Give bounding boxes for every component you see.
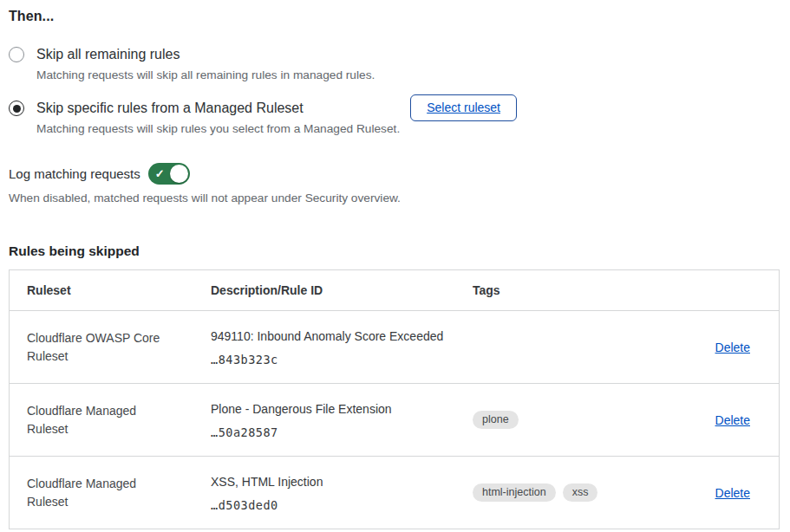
skip-options-group: Skip all remaining rules Matching reques…	[9, 45, 780, 138]
log-matching-requests-toggle[interactable]: ✓	[148, 163, 190, 185]
rule-id: …843b323c	[211, 353, 447, 367]
column-header-tags: Tags	[455, 283, 663, 297]
delete-rule-link[interactable]: Delete	[715, 486, 750, 500]
rule-description: XSS, HTML Injection	[211, 474, 447, 490]
rule-id: …50a28587	[211, 425, 447, 439]
table-row: Cloudflare Managed Ruleset Plone - Dange…	[10, 383, 779, 456]
option-description: Matching requests will skip rules you se…	[36, 120, 400, 138]
toggle-check-icon: ✓	[155, 168, 165, 179]
option-skip-specific-rules: Skip specific rules from a Managed Rules…	[9, 99, 780, 138]
delete-rule-link[interactable]: Delete	[715, 413, 750, 427]
rules-being-skipped-heading: Rules being skipped	[9, 243, 780, 259]
waf-rule-config-panel: Then... Skip all remaining rules Matchin…	[0, 0, 790, 529]
option-label[interactable]: Skip all remaining rules	[36, 45, 375, 64]
ruleset-name: Cloudflare OWASP Core Ruleset	[10, 329, 183, 366]
radio-skip-all-remaining-rules[interactable]	[9, 47, 24, 62]
tag-badge: plone	[473, 411, 519, 429]
then-section-heading: Then...	[9, 9, 780, 24]
column-header-description: Description/Rule ID	[193, 283, 455, 297]
rule-description: Plone - Dangerous File Extension	[211, 401, 447, 418]
table-row: Cloudflare OWASP Core Ruleset 949110: In…	[10, 310, 779, 383]
rule-id: …d503ded0	[211, 498, 447, 512]
table-row: Cloudflare Managed Ruleset XSS, HTML Inj…	[10, 456, 779, 529]
select-ruleset-button[interactable]: Select ruleset	[410, 94, 517, 121]
rule-tags: plone	[455, 411, 663, 429]
option-label[interactable]: Skip specific rules from a Managed Rules…	[36, 99, 400, 118]
tag-badge: xss	[563, 483, 598, 502]
rule-description: 949110: Inbound Anomaly Score Exceeded	[211, 328, 447, 345]
table-header-row: Ruleset Description/Rule ID Tags	[10, 270, 779, 310]
column-header-ruleset: Ruleset	[10, 283, 193, 297]
toggle-knob	[170, 165, 188, 183]
rule-tags: html-injection xss	[455, 483, 663, 502]
ruleset-name: Cloudflare Managed Ruleset	[10, 475, 183, 511]
option-skip-all-remaining-rules: Skip all remaining rules Matching reques…	[9, 45, 780, 84]
delete-rule-link[interactable]: Delete	[715, 341, 750, 354]
ruleset-name: Cloudflare Managed Ruleset	[10, 402, 183, 438]
logging-description: When disabled, matched requests will not…	[9, 191, 780, 204]
tag-badge: html-injection	[473, 483, 556, 502]
rules-being-skipped-table: Ruleset Description/Rule ID Tags Cloudfl…	[9, 269, 780, 529]
log-matching-requests-label: Log matching requests	[9, 166, 140, 181]
option-description: Matching requests will skip all remainin…	[36, 67, 375, 84]
logging-section: Log matching requests ✓ When disabled, m…	[9, 163, 780, 204]
radio-skip-specific-rules[interactable]	[9, 101, 24, 116]
